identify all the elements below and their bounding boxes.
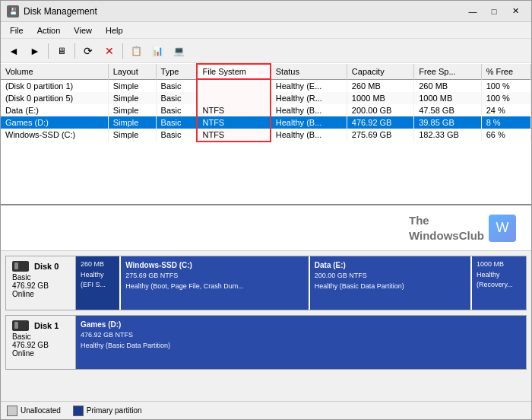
disk-name-1: Disk 1	[12, 320, 69, 331]
partition-detail-0-2: Healthy (Basic Data Partition)	[315, 282, 466, 292]
app-icon: 💾	[7, 5, 19, 18]
minimize-button[interactable]: —	[463, 4, 483, 19]
menu-action[interactable]: Action	[31, 24, 67, 37]
table-row[interactable]: (Disk 0 partition 5)SimpleBasicHealthy (…	[1, 92, 531, 104]
partition-1-0[interactable]: Games (D:) 476.92 GB NTFS Healthy (Basic…	[76, 316, 526, 369]
partition-detail-1-0: Healthy (Basic Data Partition)	[81, 341, 521, 352]
close-button[interactable]: ✕	[505, 4, 525, 19]
disk-label-0: Disk 0 Basic 476.92 GB Online	[6, 256, 76, 310]
table-row[interactable]: Windows-SSD (C:)SimpleBasicNTFSHealthy (…	[1, 129, 531, 142]
legend-bar: Unallocated Primary partition	[1, 401, 531, 419]
delete-button[interactable]: ✕	[100, 42, 119, 60]
disk-status-1: Online	[12, 349, 69, 358]
partition-size-1-0: 476.92 GB NTFS	[81, 330, 521, 341]
partition-size-0-0: 260 MB	[81, 259, 115, 270]
toolbar-separator-2	[74, 43, 75, 59]
disk-row-1: Disk 1 Basic 476.92 GB Online Games (D:)…	[5, 315, 527, 370]
title-bar: 💾 Disk Management — □ ✕	[1, 1, 531, 22]
partition-size-0-1: 275.69 GB NTFS	[125, 271, 304, 282]
table-row[interactable]: (Disk 0 partition 1)SimpleBasicHealthy (…	[1, 79, 531, 92]
watermark-text: The WindowsClub	[409, 213, 484, 243]
col-header-filesystem[interactable]: File System	[197, 64, 270, 79]
disk-name-0: Disk 0	[12, 261, 69, 272]
watermark-area: The WindowsClub W	[1, 205, 531, 251]
maximize-button[interactable]: □	[484, 4, 504, 19]
partition-detail-0-1: Healthy (Boot, Page File, Crash Dum...	[125, 282, 304, 292]
chart-button[interactable]: 📊	[147, 42, 167, 60]
partition-0-2[interactable]: Data (E:) 200.00 GB NTFS Healthy (Basic …	[310, 256, 472, 310]
menu-file[interactable]: File	[4, 24, 30, 37]
col-header-free[interactable]: Free Sp...	[414, 64, 481, 79]
properties-button[interactable]: 📋	[126, 42, 146, 60]
window-title: Disk Management	[24, 6, 458, 17]
disk-status-0: Online	[12, 290, 69, 298]
col-header-layout[interactable]: Layout	[108, 64, 156, 79]
partition-0-0[interactable]: 260 MB Healthy (EFI S...	[76, 256, 121, 310]
partition-size-0-2: 200.00 GB NTFS	[315, 271, 466, 282]
legend-unallocated-box	[7, 406, 17, 416]
col-header-volume[interactable]: Volume	[1, 64, 108, 79]
legend-primary: Primary partition	[73, 406, 142, 416]
computer-button[interactable]: 🖥	[52, 42, 71, 60]
disk-type-0: Basic	[12, 273, 69, 282]
partition-name-0-1: Windows-SSD (C:)	[125, 259, 304, 271]
toolbar: ◄ ► 🖥 ⟳ ✕ 📋 📊 💻	[1, 39, 531, 63]
disk-management-window: 💾 Disk Management — □ ✕ File Action View…	[0, 0, 532, 420]
partition-size-0-3: 1000 MB	[477, 259, 521, 270]
disk-partitions-1: Games (D:) 476.92 GB NTFS Healthy (Basic…	[76, 316, 526, 369]
disk-type-1: Basic	[12, 332, 69, 341]
refresh-button[interactable]: ⟳	[78, 42, 98, 60]
partition-detail-0-0: Healthy (EFI S...	[81, 270, 115, 291]
watermark: The WindowsClub W	[409, 213, 516, 243]
partition-name-1-0: Games (D:)	[81, 319, 521, 330]
table-row[interactable]: Games (D:)SimpleBasicNTFSHealthy (B...47…	[1, 116, 531, 129]
title-bar-buttons: — □ ✕	[463, 4, 525, 19]
disk-row-0: Disk 0 Basic 476.92 GB Online 260 MB Hea…	[5, 256, 527, 310]
legend-unallocated-label: Unallocated	[21, 406, 61, 415]
disk-size-1: 476.92 GB	[12, 341, 69, 349]
col-header-pct[interactable]: % Free	[481, 64, 530, 79]
col-header-capacity[interactable]: Capacity	[347, 64, 413, 79]
toolbar-separator-3	[122, 43, 123, 59]
partition-detail-0-3: Healthy (Recovery...	[477, 270, 521, 291]
disk-label-1: Disk 1 Basic 476.92 GB Online	[6, 316, 76, 369]
disk-size-0: 476.92 GB	[12, 282, 69, 290]
disk-partitions-0: 260 MB Healthy (EFI S... Windows-SSD (C:…	[76, 256, 526, 310]
partition-0-1[interactable]: Windows-SSD (C:) 275.69 GB NTFS Healthy …	[121, 256, 310, 310]
watermark-icon: W	[489, 215, 516, 242]
menu-view[interactable]: View	[68, 24, 98, 37]
forward-button[interactable]: ►	[25, 42, 45, 60]
legend-primary-label: Primary partition	[87, 406, 142, 415]
legend-unallocated: Unallocated	[7, 406, 61, 416]
back-button[interactable]: ◄	[4, 42, 24, 60]
menu-bar: File Action View Help	[1, 22, 531, 39]
partition-name-0-2: Data (E:)	[315, 259, 466, 271]
legend-primary-box	[73, 406, 84, 416]
menu-help[interactable]: Help	[100, 24, 129, 37]
volume-table-area: Volume Layout Type File System Status Ca…	[1, 63, 531, 205]
volume-table: Volume Layout Type File System Status Ca…	[1, 63, 531, 142]
partition-0-3[interactable]: 1000 MB Healthy (Recovery...	[472, 256, 526, 310]
toolbar-separator-1	[48, 43, 49, 59]
col-header-type[interactable]: Type	[156, 64, 197, 79]
disk-visual-area: Disk 0 Basic 476.92 GB Online 260 MB Hea…	[1, 251, 531, 401]
monitor-button[interactable]: 💻	[169, 42, 188, 60]
col-header-status[interactable]: Status	[271, 64, 347, 79]
table-row[interactable]: Data (E:)SimpleBasicNTFSHealthy (B...200…	[1, 104, 531, 116]
